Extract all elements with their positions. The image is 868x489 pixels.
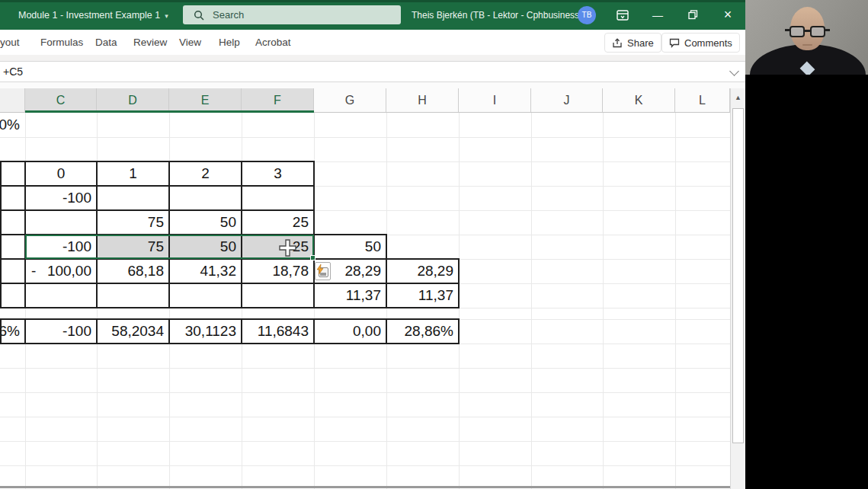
table-border bbox=[24, 318, 26, 344]
cell-E5[interactable]: 50 bbox=[169, 210, 242, 235]
column-header-E[interactable]: E bbox=[169, 88, 242, 112]
comments-button[interactable]: Comments bbox=[661, 33, 740, 53]
column-header-L[interactable]: L bbox=[675, 88, 730, 112]
column-header-H[interactable]: H bbox=[386, 88, 459, 112]
ribbon-tab-row: youtFormulasDataReviewViewHelpAcrobat Sh… bbox=[0, 30, 745, 55]
column-header-G[interactable]: G bbox=[314, 88, 386, 112]
window-bottom-edge bbox=[0, 486, 730, 488]
column-header-C[interactable]: C bbox=[25, 88, 97, 112]
gridline bbox=[0, 137, 730, 138]
selection-border bbox=[25, 235, 314, 259]
ribbon-display-icon bbox=[617, 10, 629, 21]
cell-C10[interactable]: -100 bbox=[25, 319, 97, 344]
cell-B1[interactable]: 0% bbox=[0, 113, 25, 137]
cell-D5[interactable]: 75 bbox=[97, 210, 169, 235]
glasses-right-arm bbox=[825, 29, 830, 31]
close-icon: × bbox=[724, 7, 732, 23]
lightning-icon bbox=[316, 264, 324, 274]
selected-columns-underline bbox=[25, 110, 314, 113]
search-input[interactable]: Search bbox=[183, 5, 401, 24]
formula-divider bbox=[0, 82, 745, 88]
glasses-left-arm bbox=[785, 29, 790, 31]
formula-bar-expand-icon[interactable] bbox=[729, 66, 739, 76]
account-name: Theis Bjerkén (TB - Lektor - Cphbusiness… bbox=[412, 0, 582, 30]
search-placeholder: Search bbox=[213, 9, 244, 21]
column-header-D[interactable]: D bbox=[97, 88, 169, 112]
accounting-minus: - bbox=[31, 263, 36, 280]
formula-bar[interactable]: +C5 bbox=[0, 61, 745, 82]
cell-F7[interactable]: 18,78 bbox=[242, 259, 314, 283]
table-border bbox=[458, 318, 460, 344]
gridline bbox=[0, 368, 730, 369]
column-header-J[interactable]: J bbox=[531, 88, 603, 112]
quick-analysis-button[interactable] bbox=[315, 262, 331, 280]
gridline bbox=[0, 392, 730, 393]
cell-F3[interactable]: 3 bbox=[242, 161, 314, 186]
minimize-icon: — bbox=[652, 9, 663, 21]
vertical-scrollbar[interactable]: ▲ bbox=[730, 88, 745, 489]
cell-E10[interactable]: 30,1123 bbox=[169, 319, 242, 344]
column-header-K[interactable]: K bbox=[603, 88, 675, 112]
presenter-video bbox=[745, 0, 868, 75]
cell-D3[interactable]: 1 bbox=[97, 161, 169, 186]
minimize-button[interactable]: — bbox=[645, 0, 671, 30]
cell-G8[interactable]: 11,37 bbox=[314, 283, 386, 308]
table-border bbox=[386, 318, 387, 344]
ribbon-tab-view[interactable]: View bbox=[179, 30, 201, 55]
table-border bbox=[0, 209, 315, 211]
cell-F10[interactable]: 11,6843 bbox=[242, 319, 314, 344]
screen: Module 1 - Investment Example 1▾ Search … bbox=[0, 0, 868, 489]
table-border bbox=[313, 318, 315, 344]
cell-D7[interactable]: 68,18 bbox=[97, 259, 169, 283]
column-header-F[interactable]: F bbox=[242, 88, 314, 112]
cell-G10[interactable]: 0,00 bbox=[314, 319, 386, 344]
cell-H8[interactable]: 11,37 bbox=[386, 283, 459, 308]
cell-E7[interactable]: 41,32 bbox=[169, 259, 242, 283]
gridline bbox=[0, 465, 730, 466]
cell-B10[interactable]: 6% bbox=[0, 319, 25, 344]
cell-F5[interactable]: 25 bbox=[242, 210, 314, 235]
excel-titlebar: Module 1 - Investment Example 1▾ Search … bbox=[0, 0, 745, 30]
ribbon-tab-yout[interactable]: yout bbox=[0, 30, 20, 55]
column-headers: CDEFGHIJKL bbox=[0, 88, 730, 113]
ribbon-tab-acrobat[interactable]: Acrobat bbox=[255, 30, 291, 55]
glasses-left-lens bbox=[790, 26, 805, 37]
cell-C7[interactable]: -100,00 bbox=[25, 259, 97, 283]
cell-G6[interactable]: 50 bbox=[314, 235, 386, 259]
scrollbar-thumb[interactable] bbox=[732, 108, 744, 443]
ribbon-tab-data[interactable]: Data bbox=[95, 30, 117, 55]
scroll-up-arrow-icon[interactable]: ▲ bbox=[731, 88, 745, 107]
restore-button[interactable] bbox=[680, 0, 706, 30]
column-header-B-partial[interactable] bbox=[0, 88, 25, 112]
cell-H7[interactable]: 28,29 bbox=[386, 259, 459, 283]
document-title-dropdown[interactable]: Module 1 - Investment Example 1▾ bbox=[18, 0, 168, 30]
cell-E3[interactable]: 2 bbox=[169, 161, 242, 186]
ribbon-tab-formulas[interactable]: Formulas bbox=[40, 30, 83, 55]
share-button[interactable]: Share bbox=[604, 33, 661, 53]
table-border bbox=[0, 185, 315, 187]
ribbon-divider bbox=[0, 55, 745, 61]
cell-D10[interactable]: 58,2034 bbox=[97, 319, 169, 344]
gridline bbox=[0, 417, 730, 417]
cell-C3[interactable]: 0 bbox=[25, 161, 97, 186]
avatar[interactable]: TB bbox=[578, 6, 596, 24]
gridline bbox=[603, 113, 604, 489]
table-border bbox=[0, 318, 2, 344]
cell-C4[interactable]: -100 bbox=[25, 186, 97, 210]
cell-value: 100,00 bbox=[47, 263, 91, 280]
ribbon-tab-help[interactable]: Help bbox=[219, 30, 240, 55]
cell-H10[interactable]: 28,86% bbox=[386, 319, 459, 344]
worksheet-grid[interactable]: 0%0123-100755025-10075502550-100,0068,18… bbox=[0, 113, 730, 489]
glasses-bridge bbox=[805, 30, 810, 32]
gridline bbox=[531, 113, 532, 489]
column-header-I[interactable]: I bbox=[459, 88, 531, 112]
fill-handle[interactable] bbox=[310, 255, 315, 260]
ribbon-tab-review[interactable]: Review bbox=[133, 30, 167, 55]
gridline bbox=[675, 113, 676, 489]
ribbon-display-options-button[interactable] bbox=[610, 0, 636, 30]
close-button[interactable]: × bbox=[715, 0, 741, 30]
comments-label: Comments bbox=[684, 37, 732, 49]
table-border bbox=[386, 234, 387, 308]
restore-icon bbox=[688, 10, 698, 20]
table-border bbox=[96, 318, 98, 344]
